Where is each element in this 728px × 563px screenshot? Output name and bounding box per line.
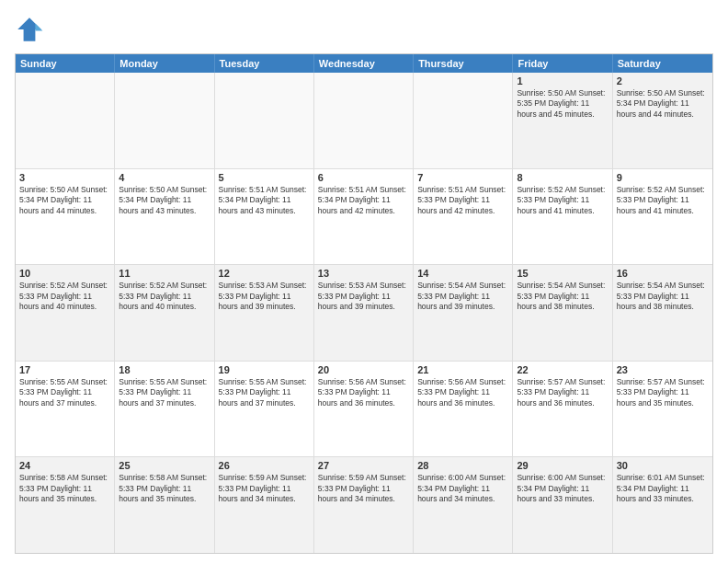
calendar: SundayMondayTuesdayWednesdayThursdayFrid… [15,53,713,554]
cell-daylight-info: Sunrise: 5:51 AM Sunset: 5:34 PM Dayligh… [318,185,409,216]
cell-daylight-info: Sunrise: 5:50 AM Sunset: 5:34 PM Dayligh… [19,185,110,216]
calendar-cell: 24Sunrise: 5:58 AM Sunset: 5:33 PM Dayli… [16,457,115,553]
day-number: 5 [219,172,310,183]
day-number: 15 [517,268,608,279]
day-number: 13 [318,268,409,279]
day-number: 19 [219,364,310,375]
cell-daylight-info: Sunrise: 5:53 AM Sunset: 5:33 PM Dayligh… [318,281,409,312]
calendar-cell: 25Sunrise: 5:58 AM Sunset: 5:33 PM Dayli… [115,457,214,553]
day-number: 29 [517,460,608,471]
calendar-row: 24Sunrise: 5:58 AM Sunset: 5:33 PM Dayli… [16,456,712,553]
calendar-row: 17Sunrise: 5:55 AM Sunset: 5:33 PM Dayli… [16,361,712,457]
calendar-cell: 23Sunrise: 5:57 AM Sunset: 5:33 PM Dayli… [613,362,712,457]
calendar-cell: 22Sunrise: 5:57 AM Sunset: 5:33 PM Dayli… [513,362,612,457]
svg-marker-1 [35,24,42,31]
cell-daylight-info: Sunrise: 5:52 AM Sunset: 5:33 PM Dayligh… [19,281,110,312]
day-number: 14 [417,268,508,279]
day-number: 4 [119,172,210,183]
calendar-cell: 12Sunrise: 5:53 AM Sunset: 5:33 PM Dayli… [215,265,314,361]
calendar-row: 10Sunrise: 5:52 AM Sunset: 5:33 PM Dayli… [16,264,712,361]
weekday-header: Sunday [16,54,115,73]
calendar-cell: 20Sunrise: 5:56 AM Sunset: 5:33 PM Dayli… [314,362,414,457]
calendar-cell: 26Sunrise: 5:59 AM Sunset: 5:33 PM Dayli… [215,457,314,553]
cell-daylight-info: Sunrise: 5:57 AM Sunset: 5:33 PM Dayligh… [617,377,709,408]
weekday-header: Monday [115,54,214,73]
logo [15,15,48,44]
cell-daylight-info: Sunrise: 5:51 AM Sunset: 5:34 PM Dayligh… [219,185,310,216]
calendar-cell: 8Sunrise: 5:52 AM Sunset: 5:33 PM Daylig… [513,169,612,265]
cell-daylight-info: Sunrise: 5:55 AM Sunset: 5:33 PM Dayligh… [219,377,310,408]
cell-daylight-info: Sunrise: 5:50 AM Sunset: 5:34 PM Dayligh… [119,185,210,216]
day-number: 11 [119,268,210,279]
weekday-header: Thursday [414,54,513,73]
logo-icon [15,15,44,44]
day-number: 17 [19,364,110,375]
calendar-cell [16,73,115,168]
calendar-cell: 27Sunrise: 5:59 AM Sunset: 5:33 PM Dayli… [314,457,414,553]
cell-daylight-info: Sunrise: 5:57 AM Sunset: 5:33 PM Dayligh… [517,377,608,408]
calendar-cell: 29Sunrise: 6:00 AM Sunset: 5:34 PM Dayli… [513,457,612,553]
day-number: 27 [318,460,409,471]
day-number: 16 [617,268,709,279]
cell-daylight-info: Sunrise: 6:00 AM Sunset: 5:34 PM Dayligh… [417,473,508,504]
day-number: 6 [318,172,409,183]
day-number: 24 [19,460,110,471]
day-number: 28 [417,460,508,471]
cell-daylight-info: Sunrise: 5:55 AM Sunset: 5:33 PM Dayligh… [119,377,210,408]
calendar-cell: 7Sunrise: 5:51 AM Sunset: 5:33 PM Daylig… [414,169,513,265]
calendar-cell: 28Sunrise: 6:00 AM Sunset: 5:34 PM Dayli… [414,457,513,553]
cell-daylight-info: Sunrise: 5:52 AM Sunset: 5:33 PM Dayligh… [617,185,709,216]
calendar-cell: 30Sunrise: 6:01 AM Sunset: 5:34 PM Dayli… [613,457,712,553]
calendar-header: SundayMondayTuesdayWednesdayThursdayFrid… [16,54,712,73]
calendar-cell: 1Sunrise: 5:50 AM Sunset: 5:35 PM Daylig… [513,73,612,168]
calendar-cell: 5Sunrise: 5:51 AM Sunset: 5:34 PM Daylig… [215,169,314,265]
day-number: 9 [617,172,709,183]
calendar-cell: 19Sunrise: 5:55 AM Sunset: 5:33 PM Dayli… [215,362,314,457]
calendar-cell: 2Sunrise: 5:50 AM Sunset: 5:34 PM Daylig… [613,73,712,168]
day-number: 20 [318,364,409,375]
day-number: 2 [617,75,709,86]
weekday-header: Saturday [613,54,712,73]
calendar-cell: 10Sunrise: 5:52 AM Sunset: 5:33 PM Dayli… [16,265,115,361]
day-number: 8 [517,172,608,183]
cell-daylight-info: Sunrise: 5:56 AM Sunset: 5:33 PM Dayligh… [417,377,508,408]
calendar-cell [215,73,314,168]
calendar-cell: 6Sunrise: 5:51 AM Sunset: 5:34 PM Daylig… [314,169,414,265]
calendar-cell: 18Sunrise: 5:55 AM Sunset: 5:33 PM Dayli… [115,362,214,457]
cell-daylight-info: Sunrise: 6:00 AM Sunset: 5:34 PM Dayligh… [517,473,608,504]
cell-daylight-info: Sunrise: 5:52 AM Sunset: 5:33 PM Dayligh… [517,185,608,216]
page-header [15,15,713,44]
day-number: 1 [517,75,608,86]
day-number: 18 [119,364,210,375]
day-number: 22 [517,364,608,375]
day-number: 23 [617,364,709,375]
calendar-cell [115,73,214,168]
calendar-cell [314,73,414,168]
calendar-cell: 9Sunrise: 5:52 AM Sunset: 5:33 PM Daylig… [613,169,712,265]
day-number: 10 [19,268,110,279]
day-number: 12 [219,268,310,279]
calendar-cell: 3Sunrise: 5:50 AM Sunset: 5:34 PM Daylig… [16,169,115,265]
cell-daylight-info: Sunrise: 6:01 AM Sunset: 5:34 PM Dayligh… [617,473,709,504]
calendar-cell: 4Sunrise: 5:50 AM Sunset: 5:34 PM Daylig… [115,169,214,265]
calendar-cell: 15Sunrise: 5:54 AM Sunset: 5:33 PM Dayli… [513,265,612,361]
calendar-cell: 14Sunrise: 5:54 AM Sunset: 5:33 PM Dayli… [414,265,513,361]
calendar-row: 3Sunrise: 5:50 AM Sunset: 5:34 PM Daylig… [16,168,712,265]
day-number: 21 [417,364,508,375]
calendar-cell: 13Sunrise: 5:53 AM Sunset: 5:33 PM Dayli… [314,265,414,361]
cell-daylight-info: Sunrise: 5:59 AM Sunset: 5:33 PM Dayligh… [318,473,409,504]
cell-daylight-info: Sunrise: 5:56 AM Sunset: 5:33 PM Dayligh… [318,377,409,408]
calendar-cell: 11Sunrise: 5:52 AM Sunset: 5:33 PM Dayli… [115,265,214,361]
cell-daylight-info: Sunrise: 5:55 AM Sunset: 5:33 PM Dayligh… [19,377,110,408]
day-number: 26 [219,460,310,471]
cell-daylight-info: Sunrise: 5:58 AM Sunset: 5:33 PM Dayligh… [19,473,110,504]
cell-daylight-info: Sunrise: 5:50 AM Sunset: 5:34 PM Dayligh… [617,88,709,120]
weekday-header: Friday [513,54,612,73]
day-number: 7 [417,172,508,183]
day-number: 3 [19,172,110,183]
cell-daylight-info: Sunrise: 5:54 AM Sunset: 5:33 PM Dayligh… [417,281,508,312]
cell-daylight-info: Sunrise: 5:54 AM Sunset: 5:33 PM Dayligh… [517,281,608,312]
weekday-header: Wednesday [314,54,414,73]
cell-daylight-info: Sunrise: 5:58 AM Sunset: 5:33 PM Dayligh… [119,473,210,504]
calendar-cell: 21Sunrise: 5:56 AM Sunset: 5:33 PM Dayli… [414,362,513,457]
